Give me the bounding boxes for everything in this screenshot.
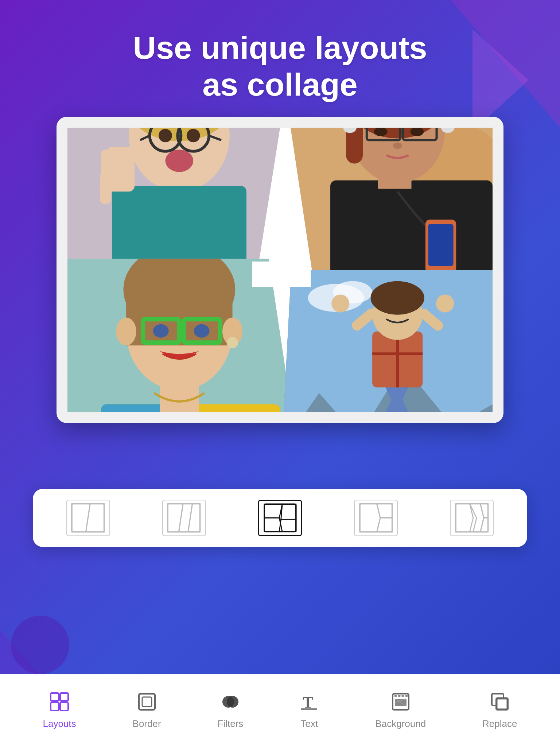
svg-rect-101 [60, 693, 68, 701]
nav-item-background[interactable]: Background [375, 692, 426, 729]
svg-rect-82 [168, 504, 200, 532]
svg-point-49 [116, 317, 136, 345]
photo-panel-2 [280, 128, 493, 281]
svg-point-51 [227, 337, 238, 348]
svg-marker-78 [252, 262, 311, 287]
svg-rect-100 [51, 693, 59, 701]
heading-line1: Use unique layouts [133, 30, 427, 66]
bg-blob-left [11, 616, 69, 674]
svg-rect-102 [51, 703, 59, 711]
svg-point-71 [331, 295, 349, 313]
bottom-nav: Layouts Border Filters T Text [0, 674, 560, 747]
nav-item-filters[interactable]: Filters [218, 692, 244, 729]
svg-point-74 [371, 281, 424, 315]
layout-option-2[interactable] [162, 500, 206, 536]
svg-point-72 [436, 295, 454, 313]
layout-option-4[interactable] [354, 500, 398, 536]
svg-point-16 [165, 150, 193, 172]
svg-marker-93 [377, 504, 392, 518]
nav-item-layouts[interactable]: Layouts [43, 692, 76, 729]
collage-card [57, 117, 503, 423]
nav-item-replace[interactable]: Replace [482, 692, 517, 729]
layout-option-1[interactable] [66, 500, 110, 536]
svg-rect-119 [496, 698, 508, 710]
svg-rect-30 [346, 128, 363, 164]
svg-marker-80 [72, 504, 90, 532]
svg-point-36 [393, 142, 402, 149]
layout-option-5[interactable] [450, 500, 494, 536]
layouts-icon [50, 692, 69, 715]
svg-rect-105 [142, 697, 152, 707]
border-label: Border [133, 718, 161, 729]
layouts-label: Layouts [43, 718, 76, 729]
collage-photo-grid[interactable] [67, 128, 493, 412]
collage-svg [67, 128, 493, 412]
svg-point-107 [227, 696, 238, 708]
svg-marker-88 [281, 504, 296, 519]
svg-point-15 [187, 129, 200, 142]
svg-rect-40 [428, 224, 454, 266]
nav-item-text[interactable]: T Text [300, 692, 319, 729]
filters-label: Filters [218, 718, 244, 729]
svg-point-56 [194, 324, 210, 338]
replace-label: Replace [482, 718, 517, 729]
background-icon [391, 692, 410, 715]
svg-marker-85 [188, 504, 200, 532]
layout-option-3[interactable] [258, 500, 302, 536]
svg-rect-22 [100, 182, 111, 204]
layout-toolbar [33, 489, 527, 547]
border-icon [137, 692, 156, 715]
filters-icon [221, 692, 240, 715]
text-label: Text [301, 718, 318, 729]
svg-point-14 [159, 129, 172, 142]
photo-panel-1 [67, 128, 291, 270]
svg-rect-104 [139, 694, 155, 710]
text-icon: T [300, 692, 319, 715]
svg-rect-103 [60, 703, 68, 711]
svg-marker-87 [264, 504, 282, 518]
svg-marker-92 [360, 504, 380, 532]
main-heading: Use unique layouts as collage [0, 29, 560, 103]
heading-line2: as collage [202, 66, 358, 102]
background-label: Background [375, 718, 426, 729]
svg-marker-96 [456, 504, 473, 532]
svg-rect-17 [112, 186, 246, 270]
svg-marker-99 [481, 518, 488, 532]
svg-marker-94 [377, 518, 392, 532]
svg-rect-26 [330, 181, 493, 281]
svg-point-55 [153, 324, 169, 338]
photo-panel-4 [280, 270, 493, 412]
nav-item-border[interactable]: Border [133, 692, 161, 729]
svg-marker-98 [481, 504, 488, 518]
svg-marker-81 [86, 504, 104, 532]
replace-icon [490, 692, 509, 715]
